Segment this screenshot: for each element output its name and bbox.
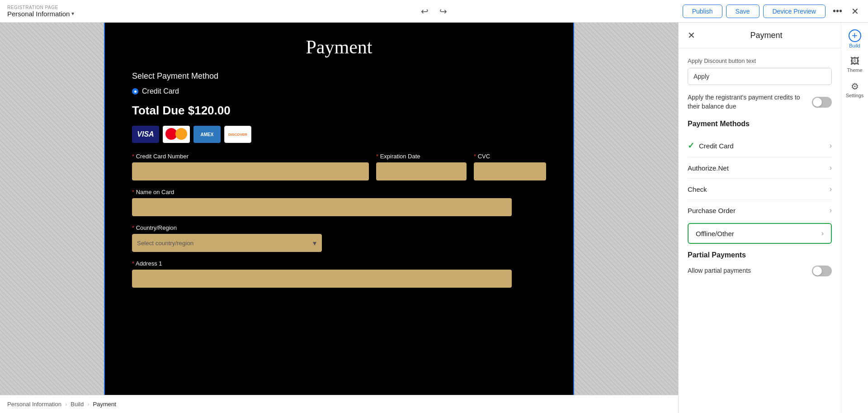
name-on-card-group: * Name on Card	[132, 189, 546, 216]
chevron-right-icon: ›	[821, 229, 824, 237]
total-due: Total Due $120.00	[132, 104, 546, 118]
amex-logo: AMEX	[193, 126, 221, 143]
more-options-button[interactable]: •••	[829, 4, 846, 18]
country-select-wrapper: Select country/region	[132, 234, 322, 252]
panel-header: ✕ Payment	[679, 23, 841, 48]
panel-content: Apply Discount button text Apply the reg…	[679, 48, 841, 413]
mastercard-logo	[163, 126, 190, 143]
expiration-date-label: * Expiration Date	[376, 153, 467, 160]
purchase-order-label: Purchase Order	[688, 207, 736, 214]
expiration-date-group: * Expiration Date	[376, 153, 467, 180]
chevron-right-icon: ›	[830, 142, 832, 150]
cvc-label: * CVC	[474, 153, 546, 160]
device-preview-button[interactable]: Device Preview	[763, 5, 826, 18]
redo-button[interactable]: ↪	[438, 4, 449, 19]
method-offline-other[interactable]: Offline/Other ›	[688, 223, 832, 244]
chevron-down-icon: ▾	[71, 10, 74, 17]
breadcrumb-sep-1: ›	[65, 401, 67, 408]
main-layout: Payment Select Payment Method Credit Car…	[0, 23, 868, 413]
expiration-date-input[interactable]	[376, 162, 467, 180]
allow-partial-toggle[interactable]	[812, 266, 832, 276]
right-panel: ✕ Payment Apply Discount button text App…	[678, 23, 841, 413]
apply-discount-input[interactable]	[688, 68, 832, 85]
settings-nav-label: Settings	[846, 93, 864, 98]
credit-card-label: Credit Card	[699, 142, 734, 150]
side-icon-bar: + Build 🖼 Theme ⚙ Settings	[841, 23, 868, 413]
settings-icon: ⚙	[851, 81, 859, 92]
build-icon: +	[849, 29, 861, 42]
allow-partial-toggle-row: Allow partial payments	[688, 266, 832, 276]
apply-discount-label: Apply Discount button text	[688, 57, 832, 64]
country-select[interactable]: Select country/region	[132, 234, 322, 252]
cvc-group: * CVC	[474, 153, 546, 180]
authorize-net-label: Authorize.Net	[688, 164, 729, 172]
registration-label: REGISTRATION PAGE	[7, 5, 677, 10]
chevron-right-icon: ›	[830, 206, 832, 214]
partial-payments-heading: Partial Payments	[688, 251, 832, 259]
allow-partial-label: Allow partial payments	[688, 266, 805, 275]
check-icon: ✓	[688, 141, 694, 151]
address1-group: * Address 1	[132, 260, 546, 288]
payment-credits-toggle-row: Apply the registrant's payment credits t…	[688, 93, 832, 111]
credit-card-number-input[interactable]	[132, 162, 369, 180]
page-heading: Payment	[132, 36, 546, 58]
save-button[interactable]: Save	[726, 5, 760, 18]
payment-methods-heading: Payment Methods	[688, 120, 832, 128]
card-number-row: * Credit Card Number * Expiration Date *	[132, 153, 546, 180]
payment-method-row: Credit Card	[132, 87, 546, 95]
credit-card-method-label: Credit Card	[142, 87, 179, 95]
theme-icon: 🖼	[850, 56, 859, 66]
check-method-label: Check	[688, 185, 707, 193]
canvas-area: Payment Select Payment Method Credit Car…	[0, 23, 678, 413]
name-on-card-input[interactable]	[132, 198, 512, 216]
page-title-text: Personal Information	[7, 10, 70, 18]
build-nav-label: Build	[849, 43, 860, 48]
card-logos: VISA AMEX DISCOVER	[132, 126, 546, 143]
topbar-right-actions: Publish Save Device Preview ••• ✕	[683, 4, 861, 19]
cvc-input[interactable]	[474, 162, 546, 180]
payment-credits-label: Apply the registrant's payment credits t…	[688, 93, 805, 111]
topbar-center-actions: ↩ ↪	[419, 4, 449, 19]
select-method-label: Select Payment Method	[132, 71, 546, 81]
topbar: REGISTRATION PAGE Personal Information ▾…	[0, 0, 868, 23]
method-authorize-net[interactable]: Authorize.Net ›	[688, 157, 832, 179]
breadcrumb: Personal Information › Build › Payment	[0, 395, 678, 413]
discover-logo: DISCOVER	[224, 126, 251, 143]
page-preview: Payment Select Payment Method Credit Car…	[104, 23, 574, 413]
credit-card-number-group: * Credit Card Number	[132, 153, 369, 180]
settings-nav-button[interactable]: ⚙ Settings	[843, 78, 867, 101]
breadcrumb-personal-info[interactable]: Personal Information	[7, 401, 61, 408]
credit-card-number-label: * Credit Card Number	[132, 153, 369, 160]
publish-button[interactable]: Publish	[683, 5, 722, 18]
country-region-label: * Country/Region	[132, 224, 546, 231]
build-nav-button[interactable]: + Build	[843, 27, 867, 51]
address1-input[interactable]	[132, 270, 512, 288]
chevron-right-icon: ›	[830, 185, 832, 193]
panel-close-button[interactable]: ✕	[688, 30, 695, 41]
method-credit-card[interactable]: ✓ Credit Card ›	[688, 134, 832, 157]
partial-payments-section: Partial Payments Allow partial payments	[688, 251, 832, 276]
panel-title: Payment	[701, 31, 832, 40]
breadcrumb-sep-2: ›	[87, 401, 89, 408]
breadcrumb-payment: Payment	[93, 401, 116, 408]
breadcrumb-build[interactable]: Build	[71, 401, 84, 408]
method-check[interactable]: Check ›	[688, 179, 832, 200]
method-purchase-order[interactable]: Purchase Order ›	[688, 200, 832, 221]
topbar-left: REGISTRATION PAGE Personal Information ▾	[7, 5, 677, 18]
undo-button[interactable]: ↩	[419, 4, 430, 19]
close-button[interactable]: ✕	[849, 4, 861, 19]
page-title-selector[interactable]: Personal Information ▾	[7, 10, 677, 18]
country-region-group: * Country/Region Select country/region	[132, 224, 546, 252]
chevron-right-icon: ›	[830, 164, 832, 172]
offline-other-label: Offline/Other	[696, 230, 734, 237]
address1-label: * Address 1	[132, 260, 546, 267]
credit-card-radio[interactable]	[132, 88, 138, 95]
payment-credits-toggle[interactable]	[812, 97, 832, 108]
theme-nav-button[interactable]: 🖼 Theme	[843, 52, 867, 76]
theme-nav-label: Theme	[847, 67, 862, 73]
name-on-card-label: * Name on Card	[132, 189, 546, 195]
visa-logo: VISA	[132, 126, 159, 143]
